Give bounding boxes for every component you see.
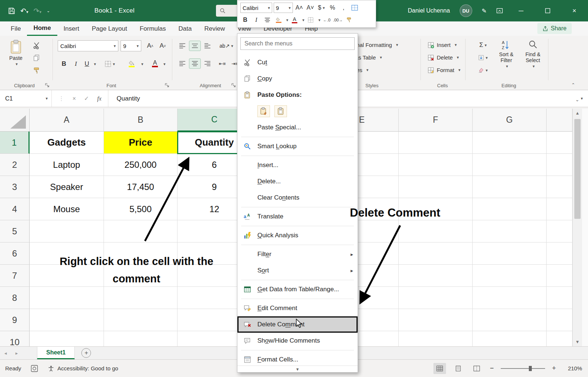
align-middle-button[interactable] xyxy=(189,41,200,51)
menu-item-insert[interactable]: Insert... xyxy=(237,157,358,173)
decrease-font-size-button[interactable]: A˅ xyxy=(157,41,169,51)
underline-button[interactable]: U xyxy=(82,59,92,69)
mini-comma-style-icon[interactable]: , xyxy=(339,3,348,13)
menu-item-quick-analysis[interactable]: Quick Analysis xyxy=(237,227,358,244)
mini-format-painter-icon[interactable] xyxy=(344,15,354,25)
ribbon-display-options-icon[interactable] xyxy=(496,7,503,14)
chevron-down-icon[interactable]: ▾ xyxy=(45,96,48,101)
cut-button[interactable] xyxy=(31,40,42,51)
undo-icon[interactable]: ↶▾ xyxy=(20,7,28,15)
increase-font-size-button[interactable]: A˄ xyxy=(144,41,156,51)
paste-values-icon[interactable] xyxy=(274,105,287,117)
italic-button[interactable]: I xyxy=(71,59,81,69)
chevron-down-icon[interactable]: ▾ xyxy=(94,62,96,67)
enter-icon[interactable]: ✓ xyxy=(84,95,89,102)
cell-x1[interactable] xyxy=(547,132,572,154)
vertical-scrollbar[interactable]: ▲ ▼ xyxy=(572,109,582,346)
cell-G4[interactable] xyxy=(473,198,547,220)
chevron-down-icon[interactable]: ▾ xyxy=(163,62,166,67)
mini-decrease-font-icon[interactable]: A˅ xyxy=(305,3,315,13)
align-left-button[interactable] xyxy=(177,59,188,68)
cell-F6[interactable] xyxy=(399,242,473,265)
mini-fill-color-icon[interactable] xyxy=(274,15,283,25)
page-break-view-button[interactable] xyxy=(470,363,483,374)
customize-quick-access-icon[interactable]: ⌄ xyxy=(47,9,50,13)
find-select-button[interactable]: Find & Select ▾ xyxy=(521,40,545,69)
cell-B10[interactable] xyxy=(104,331,178,346)
font-size-combo[interactable]: 9▾ xyxy=(121,40,141,51)
tab-file[interactable]: File xyxy=(4,21,27,36)
cell-F3[interactable] xyxy=(399,176,473,198)
menu-search-input[interactable] xyxy=(241,38,354,50)
paste-keep-formatting-icon[interactable] xyxy=(257,105,270,117)
column-header-G[interactable]: G xyxy=(473,109,547,132)
accessibility-status[interactable]: Accessibility: Good to go xyxy=(48,365,118,372)
zoom-level[interactable]: 210% xyxy=(563,365,582,371)
tab-data[interactable]: Data xyxy=(172,21,198,36)
column-header-A[interactable]: A xyxy=(30,109,104,132)
cell-F7[interactable] xyxy=(399,265,473,287)
page-layout-view-button[interactable] xyxy=(452,363,464,374)
menu-item-cut[interactable]: Cut xyxy=(237,54,358,71)
save-icon[interactable] xyxy=(8,7,15,14)
cell-G6[interactable] xyxy=(473,242,547,265)
menu-item-show-hide-comments[interactable]: Show/Hide Comments xyxy=(237,333,358,349)
mini-bold-button[interactable]: B xyxy=(240,15,250,25)
cell-G1[interactable] xyxy=(473,132,547,154)
chevron-down-icon[interactable]: ▾ xyxy=(141,62,143,67)
cell-F2[interactable] xyxy=(399,154,473,176)
menu-search-box[interactable] xyxy=(240,37,355,50)
row-header-4[interactable]: 4 xyxy=(0,198,30,220)
cancel-icon[interactable]: × xyxy=(72,95,76,102)
mini-accounting-format-icon[interactable]: $▾ xyxy=(317,3,326,13)
decrease-indent-button[interactable]: ⇤≡ xyxy=(217,59,228,68)
row-header-1[interactable]: 1 xyxy=(0,132,30,154)
autosum-button[interactable]: Σ▾ xyxy=(475,40,491,50)
column-header-partial[interactable] xyxy=(547,109,572,132)
cell-A10[interactable] xyxy=(30,331,104,346)
cell-B9[interactable] xyxy=(104,309,178,331)
cell-x9[interactable] xyxy=(547,309,572,331)
mini-font-size-combo[interactable]: 9▾ xyxy=(274,3,293,13)
sheet-nav-left-icon[interactable]: ◂ xyxy=(0,347,11,359)
menu-item-filter[interactable]: Filter▸ xyxy=(237,246,358,262)
cell-G10[interactable] xyxy=(473,331,547,346)
delete-cells-button[interactable]: Delete▾ xyxy=(425,51,463,64)
clipboard-dialog-launcher-icon[interactable] xyxy=(45,82,51,88)
cell-B2[interactable]: 250,000 xyxy=(104,154,178,176)
scroll-down-icon[interactable]: ▼ xyxy=(573,337,582,346)
column-header-B[interactable]: B xyxy=(104,109,178,132)
collapse-ribbon-icon[interactable]: ⌃ xyxy=(568,82,578,88)
mini-merge-center-icon[interactable] xyxy=(350,3,359,13)
clear-button[interactable]: ▾ xyxy=(475,65,491,75)
orientation-button[interactable]: ab↗▾ xyxy=(218,41,234,51)
copy-button[interactable] xyxy=(31,53,42,63)
font-dialog-launcher-icon[interactable] xyxy=(165,82,171,88)
mini-increase-decimal-icon[interactable]: .00→ xyxy=(333,15,343,25)
font-name-combo[interactable]: Calibri▾ xyxy=(58,40,118,51)
name-box[interactable]: C1 ▾ xyxy=(0,90,52,107)
tab-review[interactable]: Review xyxy=(198,21,231,36)
cell-A8[interactable] xyxy=(30,287,104,309)
zoom-out-button[interactable]: − xyxy=(489,364,495,372)
cell-x7[interactable] xyxy=(547,265,572,287)
cell-G3[interactable] xyxy=(473,176,547,198)
avatar[interactable]: DU xyxy=(460,4,472,17)
cell-G8[interactable] xyxy=(473,287,547,309)
cell-A2[interactable]: Laptop xyxy=(30,154,104,176)
menu-item-sort[interactable]: Sort▸ xyxy=(237,262,358,279)
borders-button[interactable]: ▾ xyxy=(104,59,115,69)
row-header-2[interactable]: 2 xyxy=(0,154,30,176)
mini-italic-button[interactable]: I xyxy=(251,15,261,25)
zoom-slider[interactable] xyxy=(501,368,545,369)
cell-G5[interactable] xyxy=(473,220,547,242)
select-all-corner[interactable] xyxy=(0,109,30,132)
bold-button[interactable]: B xyxy=(59,59,69,69)
row-header-8[interactable]: 8 xyxy=(0,287,30,309)
row-header-10[interactable]: 10 xyxy=(0,331,30,346)
cell-G2[interactable] xyxy=(473,154,547,176)
formula-content[interactable]: Quantity xyxy=(108,95,140,102)
menu-item-translate[interactable]: aATranslate xyxy=(237,208,358,225)
normal-view-button[interactable] xyxy=(433,363,446,374)
align-top-button[interactable] xyxy=(177,41,188,51)
